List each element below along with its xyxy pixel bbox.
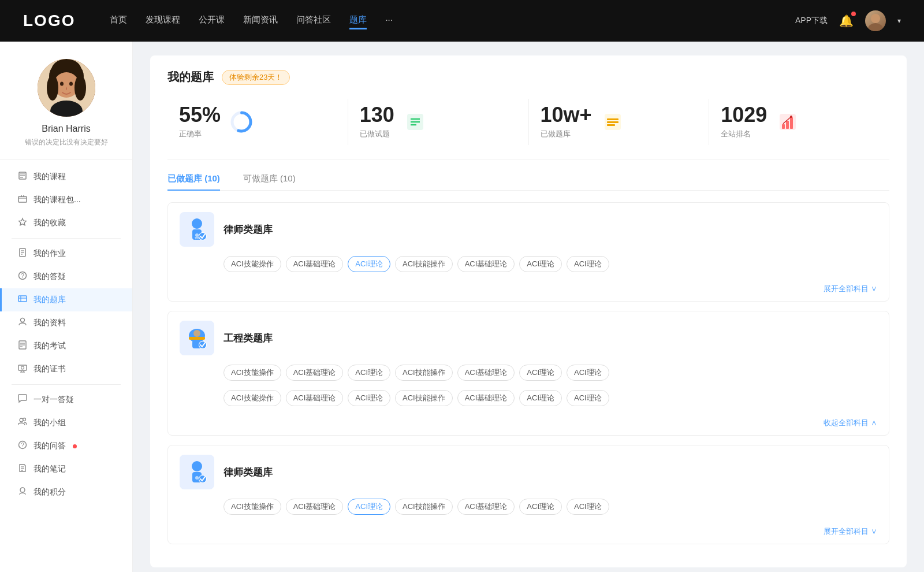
sidebar-item-course-package[interactable]: 我的课程包...: [0, 188, 132, 211]
profile-name: Brian Harris: [42, 124, 90, 134]
svg-point-64: [195, 233, 199, 237]
bank-tag[interactable]: ACI理论: [348, 390, 390, 406]
bank-tag[interactable]: ACI理论: [567, 499, 609, 515]
bank-tag-active[interactable]: ACI理论: [348, 256, 390, 272]
sidebar-item-notes[interactable]: 我的笔记: [0, 458, 132, 481]
svg-rect-58: [782, 124, 785, 129]
bank-tag[interactable]: ACI基础理论: [286, 365, 344, 381]
bank-tag[interactable]: ACI理论: [567, 365, 609, 381]
bank-tag[interactable]: ACI理论: [567, 256, 609, 272]
collapse-all-button[interactable]: 收起全部科目 ∧: [168, 415, 889, 435]
nav-qa[interactable]: 问答社区: [296, 12, 331, 29]
accuracy-icon: [230, 110, 253, 133]
nav-right: APP下载 🔔 ▾: [795, 10, 901, 31]
certificate-icon: [17, 363, 28, 375]
bank-tag[interactable]: ACI技能操作: [395, 390, 453, 406]
bank-tag[interactable]: ACI技能操作: [395, 365, 453, 381]
expand-all-button[interactable]: 展开全部科目 ∨: [168, 281, 889, 301]
done-questions-number: 130: [360, 105, 394, 125]
stat-done-questions: 130 已做试题: [348, 99, 529, 145]
sidebar-label: 我的证书: [33, 364, 66, 374]
bank-tag[interactable]: ACI理论: [519, 256, 562, 272]
done-questions-icon: [404, 110, 427, 133]
bank-tag[interactable]: ACI基础理论: [286, 499, 344, 515]
app-download-link[interactable]: APP下载: [795, 16, 828, 26]
svg-rect-34: [18, 365, 27, 370]
nav-more[interactable]: ···: [385, 12, 393, 29]
nav-home[interactable]: 首页: [110, 12, 127, 29]
bank-tag[interactable]: ACI技能操作: [223, 499, 281, 515]
sidebar-item-collection[interactable]: 我的收藏: [0, 211, 132, 235]
sidebar-item-points[interactable]: 我的积分: [0, 481, 132, 504]
page-header: 我的题库 体验剩余23天！: [167, 69, 889, 85]
svg-rect-26: [18, 296, 27, 302]
bank-tag[interactable]: ACI基础理论: [457, 365, 515, 381]
tabs-row: 已做题库 (10) 可做题库 (10): [167, 173, 889, 191]
svg-point-35: [21, 366, 24, 369]
bank-section-engineer: 工程类题库 ACI技能操作 ACI基础理论 ACI理论 ACI技能操作 ACI基…: [167, 311, 889, 436]
svg-rect-59: [786, 121, 789, 129]
sidebar-item-profile[interactable]: 我的资料: [0, 311, 132, 335]
sidebar-item-homework[interactable]: 我的作业: [0, 242, 132, 265]
svg-point-10: [69, 82, 73, 86]
nav-bank[interactable]: 题库: [349, 12, 367, 29]
bank-tag[interactable]: ACI理论: [567, 390, 609, 406]
bank-tag[interactable]: ACI基础理论: [457, 256, 515, 272]
main-content: 我的题库 体验剩余23天！ 55% 正确率: [133, 42, 924, 572]
user-menu-chevron[interactable]: ▾: [897, 17, 901, 25]
nav-news[interactable]: 新闻资讯: [243, 12, 278, 29]
sidebar-item-qa[interactable]: ? 我的答疑: [0, 265, 132, 288]
tab-available-banks[interactable]: 可做题库 (10): [243, 173, 296, 190]
bank-tag[interactable]: ACI基础理论: [457, 499, 515, 515]
nav-menu: 首页 发现课程 公开课 新闻资讯 问答社区 题库 ···: [110, 12, 795, 29]
nav-discover[interactable]: 发现课程: [146, 12, 180, 29]
sidebar-label: 我的积分: [33, 487, 66, 497]
svg-point-1: [868, 23, 883, 31]
done-questions-label: 已做试题: [360, 129, 394, 139]
bank-tag[interactable]: ACI理论: [519, 499, 562, 515]
nav-open-course[interactable]: 公开课: [199, 12, 225, 29]
bank-title-engineer: 工程类题库: [223, 332, 273, 345]
rank-icon: [776, 110, 799, 133]
svg-point-73: [192, 461, 202, 471]
sidebar-label: 我的笔记: [33, 464, 66, 474]
sidebar-label: 我的课程包...: [33, 195, 81, 205]
bank-tag-active[interactable]: ACI理论: [348, 499, 390, 515]
bank-tag[interactable]: ACI基础理论: [286, 390, 344, 406]
bank-tag[interactable]: ACI基础理论: [457, 390, 515, 406]
logo: LOGO: [23, 12, 75, 30]
bank-tag[interactable]: ACI基础理论: [286, 256, 344, 272]
bank-tag[interactable]: ACI技能操作: [395, 499, 453, 515]
svg-rect-15: [18, 196, 27, 202]
bank-icon: [17, 294, 28, 306]
bank-tag[interactable]: ACI理论: [348, 365, 390, 381]
sidebar-item-one-on-one[interactable]: 一对一答疑: [0, 388, 132, 411]
bank-tag[interactable]: ACI理论: [519, 390, 562, 406]
sidebar-item-questions[interactable]: ? 我的问答: [0, 434, 132, 458]
user-avatar[interactable]: [865, 10, 886, 31]
avatar-image: [865, 10, 886, 31]
expand-all-button-2[interactable]: 展开全部科目 ∨: [168, 524, 889, 544]
sidebar-label: 我的资料: [33, 318, 66, 328]
tab-done-banks[interactable]: 已做题库 (10): [167, 173, 220, 190]
sidebar-item-my-course[interactable]: 我的课程: [0, 165, 132, 188]
sidebar-item-certificate[interactable]: 我的证书: [0, 358, 132, 381]
bank-tag[interactable]: ACI技能操作: [395, 256, 453, 272]
svg-point-61: [790, 116, 792, 118]
sidebar-menu: 我的课程 我的课程包... 我的收藏 我的作业: [0, 159, 132, 510]
sidebar-item-exam[interactable]: 我的考试: [0, 335, 132, 358]
accuracy-label: 正确率: [179, 129, 221, 139]
bank-tag[interactable]: ACI理论: [519, 365, 562, 381]
svg-text:?: ?: [21, 273, 24, 279]
bank-tag[interactable]: ACI技能操作: [223, 390, 281, 406]
sidebar-item-group[interactable]: 我的小组: [0, 411, 132, 434]
bank-tag[interactable]: ACI技能操作: [223, 256, 281, 272]
bank-tag[interactable]: ACI技能操作: [223, 365, 281, 381]
sidebar-label: 我的问答: [33, 441, 66, 451]
sidebar-label: 我的小组: [33, 418, 66, 428]
done-banks-label: 已做题库: [541, 129, 592, 139]
bank-section-lawyer-1: 律师类题库 ACI技能操作 ACI基础理论 ACI理论 ACI技能操作 ACI基…: [167, 202, 889, 302]
done-banks-icon: [601, 110, 624, 133]
sidebar-item-bank[interactable]: 我的题库: [0, 288, 132, 311]
notification-bell[interactable]: 🔔: [839, 14, 854, 28]
